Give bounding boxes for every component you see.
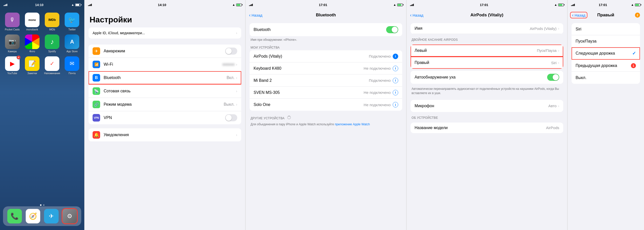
app-icon-camera[interactable]: 📷 <box>5 34 20 49</box>
ear-detection-row[interactable]: Автообнаружение уха <box>411 71 563 84</box>
settings-row-bluetooth[interactable]: B Bluetooth Вкл. › <box>89 71 241 85</box>
model-row[interactable]: Название модели AirPods <box>411 123 563 133</box>
footer-text: Для объединения в пару iPhone и Apple Wa… <box>251 123 335 126</box>
double-tap-header: ДВОЙНОЕ КАСАНИЕ AIRPODS <box>407 36 567 43</box>
bluetooth-toggle-thumb <box>392 27 398 33</box>
app-label-twitter: Twitter <box>68 28 76 31</box>
left-chevron-icon: › <box>558 49 559 53</box>
app-icon-spotify[interactable]: ♪ <box>45 34 59 49</box>
app-youtube[interactable]: ▶ 4 YouTube <box>4 56 20 75</box>
app-camera[interactable]: 📷 Камера <box>4 34 20 53</box>
battery-fill-5 <box>635 4 639 6</box>
device-row-airpods[interactable]: AirPods (Vitaliy) Подключено i <box>250 50 402 62</box>
hotspot-chevron-icon: › <box>236 102 237 106</box>
dock-telegram[interactable]: ✈ <box>44 209 59 223</box>
solo-info-button[interactable]: i <box>393 102 398 107</box>
next-track-check-icon: ✓ <box>632 51 636 56</box>
app-mono[interactable]: mono monobank <box>24 13 40 31</box>
bluetooth-main-row[interactable]: Bluetooth <box>250 23 402 36</box>
airplane-toggle[interactable] <box>225 48 237 55</box>
right-value: Siri <box>551 61 557 65</box>
page-dot-1 <box>40 204 42 206</box>
airpods-name-row[interactable]: Имя AirPods (Vitaliy) › <box>411 23 563 34</box>
notifications-label: Уведомления <box>104 133 236 137</box>
wifi-icon-4: ▲ <box>554 3 557 7</box>
bluetooth-nav-bar: ‹ Назад Bluetooth <box>246 9 406 21</box>
device-row-miband[interactable]: Mi Band 2 Подключено i <box>250 74 402 87</box>
status-time-2: 14:10 <box>158 3 166 7</box>
app-icon-podcasts[interactable]: 🎙 <box>5 13 20 27</box>
off-label: Выкл. <box>576 75 636 80</box>
bluetooth-back-button[interactable]: ‹ Назад <box>249 13 262 17</box>
mic-value: Авто <box>548 104 557 108</box>
sven-info-button[interactable]: i <box>393 90 398 95</box>
app-spotify[interactable]: ♪ Spotify <box>44 34 60 53</box>
airpods-left-row[interactable]: Левый Пуск/Пауза › <box>411 45 563 57</box>
miband-info-button[interactable]: i <box>393 78 398 83</box>
settings-row-vpn[interactable]: VPN VPN <box>89 111 241 124</box>
device-row-solo[interactable]: Solo One Не подключено i <box>250 99 402 111</box>
app-icon-reminders[interactable]: ✓ <box>45 56 59 71</box>
app-icon-twitter[interactable]: 🐦 <box>65 13 79 27</box>
app-imdb[interactable]: IMDb IMDb <box>44 13 60 31</box>
device-row-keyboard[interactable]: Keyboard K480 Не подключено i <box>250 62 402 74</box>
settings-row-notifications[interactable]: 🔔 Уведомления › <box>89 128 241 141</box>
airplane-toggle-thumb <box>226 48 232 54</box>
airpods-right-row[interactable]: Правый Siri › <box>411 57 563 69</box>
status-time-3: 17:01 <box>319 3 327 7</box>
right-row-off[interactable]: Выкл. <box>572 72 640 84</box>
app-icon-notes[interactable]: 📝 <box>25 56 39 71</box>
wifi-value: ●●●●● <box>222 62 234 67</box>
dock-phone[interactable]: 📞 <box>7 209 22 223</box>
airpods-name-chevron-icon: › <box>558 26 559 30</box>
footer-link[interactable]: приложение Apple Watch <box>335 123 370 126</box>
app-icon-appstore[interactable]: A <box>65 34 79 49</box>
app-icon-photos[interactable] <box>25 34 39 49</box>
airpods-back-button[interactable]: ‹ Назад <box>410 13 423 17</box>
dock-settings[interactable]: ⚙ <box>62 209 77 223</box>
right-row-siri[interactable]: Siri <box>572 23 640 35</box>
bluetooth-toggle[interactable] <box>386 26 398 33</box>
vpn-toggle[interactable] <box>225 114 237 121</box>
airpods-nav-title: AirPods (Vitaliy) <box>470 13 503 18</box>
app-mail[interactable]: ✉ Почта <box>64 56 80 75</box>
safari-icon: 🧭 <box>29 212 37 220</box>
status-icons-4: ▲ <box>554 3 564 7</box>
right-back-button[interactable]: ‹ Назад <box>571 13 586 17</box>
app-notes[interactable]: 📝 Заметки <box>24 56 40 75</box>
settings-row-wifi[interactable]: 📶 Wi-Fi ●●●●● › <box>89 58 241 71</box>
apple-id-row[interactable]: Apple ID, iCloud, медиаматери... › <box>89 27 241 39</box>
right-row-play-pause[interactable]: Пуск/Пауза <box>572 35 640 47</box>
bluetooth-footer: Для объединения в пару iPhone и Apple Wa… <box>246 121 406 129</box>
app-icon-mono[interactable]: mono <box>25 13 39 27</box>
settings-row-hotspot[interactable]: 🔗 Режим модема Выкл. › <box>89 98 241 111</box>
settings-row-airplane[interactable]: ✈ Авиарежим <box>89 45 241 58</box>
keyboard-info-button[interactable]: i <box>393 66 398 71</box>
mic-row[interactable]: Микрофон Авто › <box>411 100 563 112</box>
app-icon-youtube[interactable]: ▶ 4 <box>5 56 20 71</box>
signal-bar-s4-4 <box>413 4 414 6</box>
notifications-chevron-icon: › <box>236 133 237 137</box>
app-icon-mail[interactable]: ✉ <box>65 56 79 71</box>
info-icon-5: i <box>395 103 396 107</box>
signal-bar-s3-1 <box>249 5 250 6</box>
right-nav-bar: ‹ Назад Правый 2 <box>568 9 644 21</box>
right-row-prev-track[interactable]: Предыдущая дорожка 1 <box>572 60 640 72</box>
airpods-info-button[interactable]: i <box>393 54 398 59</box>
app-twitter[interactable]: 🐦 Twitter <box>64 13 80 31</box>
discovery-text: Имя при обнаружении: «iPhone». <box>251 38 297 42</box>
app-appstore[interactable]: A App Store <box>64 34 80 53</box>
settings-row-cellular[interactable]: 📡 Сотовая связь › <box>89 85 241 98</box>
bluetooth-discovery-text: Имя при обнаружении: «iPhone». <box>246 36 406 44</box>
app-icon-imdb[interactable]: IMDb <box>45 13 59 27</box>
app-photos[interactable]: Фото <box>24 34 40 53</box>
app-pocket-casts[interactable]: 🎙 Pocket Casts <box>4 13 20 31</box>
cellular-icon: 📡 <box>93 87 100 95</box>
device-row-sven[interactable]: SVEN MS-305 Не подключено i <box>250 87 402 99</box>
ear-detection-toggle[interactable] <box>547 74 559 81</box>
dock-safari[interactable]: 🧭 <box>26 209 40 223</box>
mic-section: Микрофон Авто › <box>411 100 563 112</box>
app-reminders[interactable]: ✓ Напоминания <box>44 56 60 75</box>
right-row-next-track[interactable]: Следующая дорожка ✓ <box>572 47 640 60</box>
status-icons-5: ▲ <box>631 3 640 7</box>
